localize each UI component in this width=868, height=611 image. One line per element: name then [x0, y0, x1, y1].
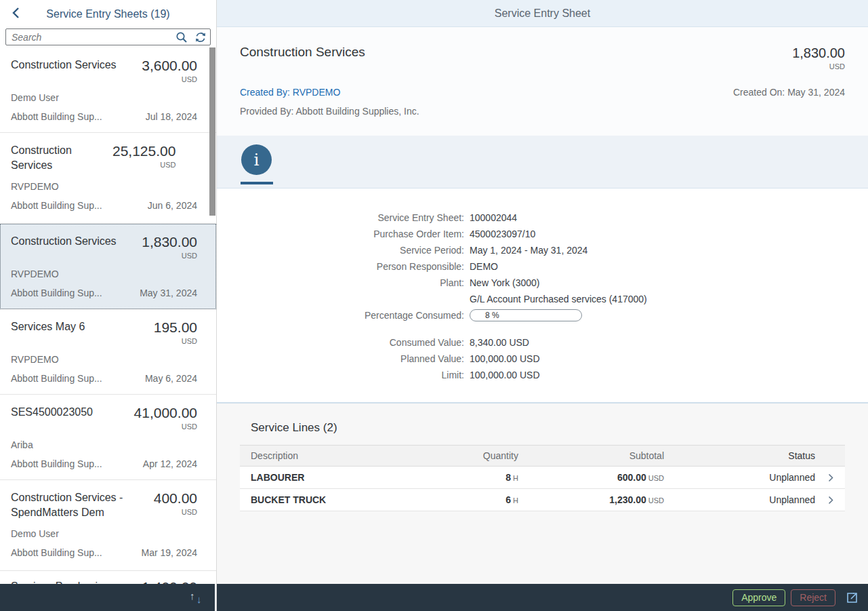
field-label: Planned Value:	[240, 352, 464, 366]
list-item-clipped[interactable]: Services Purchasing 1,400.00	[0, 571, 216, 584]
row-subtotal: 600.00	[617, 472, 646, 483]
table-header-row: Description Quantity Subtotal Status	[240, 445, 845, 467]
item-date: May 31, 2024	[140, 288, 197, 298]
item-title: Services May 6	[11, 319, 154, 334]
object-amount: 1,830.00	[792, 45, 845, 61]
item-vendor: Abbott Building Sup...	[11, 458, 102, 469]
field-label: Service Entry Sheet:	[240, 211, 464, 224]
info-form: Service Entry Sheet: 100002044 Purchase …	[217, 189, 868, 402]
item-date: May 6, 2024	[145, 373, 197, 384]
progress-bar-text: 8 %	[485, 311, 499, 320]
field-value: 8,340.00 USD	[470, 336, 529, 349]
item-currency: USD	[142, 75, 197, 84]
detail-footer-bar: Approve Reject	[217, 584, 868, 611]
item-title: SES4500023050	[11, 405, 134, 420]
item-currency: USD	[142, 252, 197, 260]
table-row[interactable]: LABOURER 8H 600.00USD Unplanned	[240, 467, 845, 489]
object-title: Construction Services	[240, 45, 365, 60]
item-date: Jul 18, 2024	[146, 111, 197, 122]
item-title: Construction Services	[11, 143, 112, 173]
row-status: Unplanned	[664, 494, 817, 505]
field-label: Person Responsible:	[240, 260, 464, 273]
object-header: Construction Services 1,830.00 USD Creat…	[217, 27, 868, 136]
field-label: Service Period:	[240, 243, 464, 257]
item-user: Demo User	[11, 528, 197, 539]
list-item[interactable]: SES4500023050 41,000.00 USD Ariba Abbott…	[0, 395, 216, 480]
service-lines-section: Service Lines (2) Description Quantity S…	[217, 402, 868, 584]
progress-label: Percentage Consumed:	[240, 309, 464, 322]
field-value: 100002044	[470, 211, 517, 224]
row-description: BUCKET TRUCK	[240, 494, 430, 505]
list-item[interactable]: Services May 6 195.00 USD RVPDEMO Abbott…	[0, 309, 216, 395]
row-description: LABOURER	[240, 472, 430, 483]
provided-by-text: Provided By: Abbott Building Supplies, I…	[240, 106, 845, 117]
list-item-selected[interactable]: Construction Services 1,830.00 USD RVPDE…	[0, 224, 216, 309]
list-title: Service Entry Sheets (19)	[46, 8, 169, 20]
item-currency: USD	[134, 422, 197, 431]
icon-tab-bar: i	[217, 136, 868, 189]
item-amount: 400.00	[154, 490, 197, 507]
item-user: RVPDEMO	[11, 181, 197, 192]
field-value: DEMO	[470, 260, 498, 273]
item-date: Apr 12, 2024	[143, 458, 197, 469]
share-icon[interactable]	[844, 589, 860, 606]
chevron-right-icon	[817, 496, 845, 505]
search-icon[interactable]	[175, 31, 188, 46]
search-bar	[0, 28, 216, 47]
row-currency: USD	[648, 496, 664, 505]
item-vendor: Abbott Building Sup...	[11, 111, 102, 122]
item-title: Construction Services	[11, 234, 142, 249]
list-header: Service Entry Sheets (19)	[0, 0, 216, 28]
item-user: RVPDEMO	[11, 354, 197, 365]
item-date: Mar 19, 2024	[142, 547, 198, 558]
field-value: New York (3000)	[470, 276, 540, 290]
col-description: Description	[240, 450, 430, 461]
field-value: May 1, 2024 - May 31, 2024	[470, 243, 587, 257]
item-currency: USD	[154, 337, 197, 346]
chevron-right-icon	[817, 473, 845, 482]
field-label: Limit:	[240, 368, 464, 382]
list-footer-bar: ↑ ↓	[0, 584, 216, 611]
object-currency: USD	[792, 62, 845, 71]
refresh-icon[interactable]	[194, 31, 207, 46]
item-amount: 1,400.00	[142, 579, 197, 584]
field-label	[240, 292, 464, 306]
item-amount: 3,600.00	[142, 58, 197, 74]
item-user: RVPDEMO	[11, 269, 197, 279]
created-on-text: Created On: May 31, 2024	[733, 87, 845, 98]
back-button[interactable]	[7, 5, 24, 23]
approve-button[interactable]: Approve	[732, 589, 785, 606]
list-scrollbar[interactable]	[209, 47, 215, 216]
master-list-panel: Service Entry Sheets (19) Construction S…	[0, 0, 217, 611]
row-status: Unplanned	[664, 472, 817, 483]
tab-info[interactable]: i	[241, 144, 272, 175]
tab-selected-underline	[241, 182, 273, 184]
field-value: 4500023097/10	[470, 227, 535, 241]
list-item[interactable]: Construction Services 25,125.00 USD RVPD…	[0, 133, 216, 224]
item-currency: USD	[154, 508, 197, 517]
item-amount: 41,000.00	[134, 405, 197, 421]
service-lines-table: Description Quantity Subtotal Status LAB…	[240, 445, 845, 511]
field-label: Purchase Order Item:	[240, 227, 464, 241]
created-by-link[interactable]: Created By: RVPDEMO	[240, 87, 340, 98]
list-item[interactable]: Construction Services - SpendMatters Dem…	[0, 480, 216, 571]
sort-button[interactable]: ↑ ↓	[189, 589, 207, 606]
item-amount: 1,830.00	[142, 234, 197, 250]
col-subtotal: Subtotal	[518, 450, 664, 461]
item-vendor: Abbott Building Sup...	[11, 373, 102, 384]
field-label: Consumed Value:	[240, 336, 464, 349]
col-status: Status	[664, 450, 817, 461]
item-currency: USD	[112, 161, 175, 170]
item-title: Construction Services	[11, 58, 142, 73]
reject-button[interactable]: Reject	[791, 589, 835, 606]
detail-panel: Service Entry Sheet Construction Service…	[217, 0, 868, 611]
table-row[interactable]: BUCKET TRUCK 6H 1,230.00USD Unplanned	[240, 489, 845, 511]
row-currency: USD	[648, 474, 664, 482]
item-title: Construction Services - SpendMatters Dem	[11, 490, 154, 520]
row-unit: H	[513, 496, 518, 505]
item-user: Ariba	[11, 439, 197, 450]
row-subtotal: 1,230.00	[609, 494, 646, 505]
field-value: 100,000.00 USD	[470, 368, 540, 382]
list-item[interactable]: Construction Services 3,600.00 USD Demo …	[0, 47, 216, 133]
item-vendor: Abbott Building Sup...	[11, 288, 102, 298]
